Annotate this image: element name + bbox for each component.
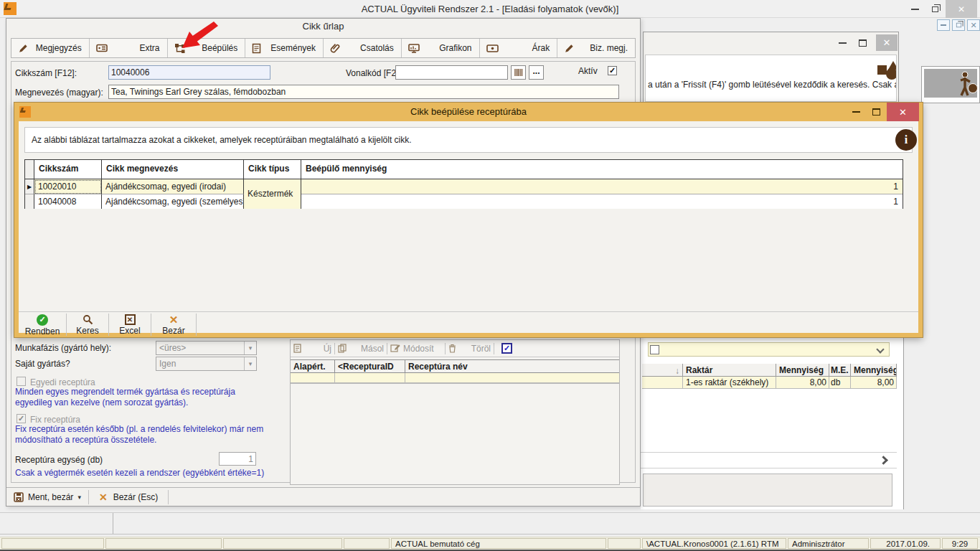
dialog-header-cikkszam[interactable]: Cikkszám (34, 160, 102, 179)
filter-checkbox[interactable] (650, 345, 659, 354)
bezar-esc-button[interactable]: ✕ Bezár (Esc) (89, 488, 168, 507)
main-window-title: ACTUAL Ügyviteli Rendszer 2.1 - [Eladási… (0, 0, 980, 18)
toolbar-arak-button[interactable]: Árak (480, 39, 557, 57)
receptura-header-alapert[interactable]: Alapért. (291, 360, 335, 373)
row-selector (25, 194, 34, 209)
receptura-egyseg-input[interactable] (219, 452, 256, 466)
excel-button[interactable]: ✕ Excel (109, 312, 151, 338)
dialog-maximize-button[interactable] (868, 105, 884, 119)
dialog-header-mennyiseg[interactable]: Beépülő mennyiség (301, 160, 903, 179)
pencil-icon (18, 43, 29, 54)
egyedi-receptura-label: Egyedi receptúra (30, 377, 95, 387)
stock-cell-me[interactable]: db (829, 377, 851, 389)
status-date: 2017.01.09. (870, 538, 941, 549)
stock-cell-mennyiseg2[interactable]: 8,00 (851, 377, 897, 389)
aktiv-label: Aktív (578, 66, 598, 76)
dialog-cell-cikkszam[interactable]: 10040008 (34, 194, 102, 209)
dialog-minimize-button[interactable] (848, 105, 864, 119)
close-button[interactable]: ✕ (876, 34, 897, 51)
expander-row[interactable] (641, 452, 897, 468)
stock-cell-empty[interactable] (642, 377, 683, 389)
sajat-gyartas-value: Igen (156, 359, 244, 369)
info-icon: i (895, 129, 917, 151)
note-icon (252, 43, 261, 54)
receptura-header-id[interactable]: <RecepturaID (335, 360, 405, 373)
excel-icon: ✕ (125, 314, 136, 325)
dialog-cell-tipus-merged[interactable]: Késztermék (244, 179, 301, 209)
barcode-icon (514, 68, 523, 77)
dialog-header-tipus[interactable]: Cikk típus (244, 160, 301, 179)
cikk-window-title: Cikk űrlap (6, 21, 640, 35)
toolbar-extra-button[interactable]: Extra (90, 39, 167, 57)
stock-header-me[interactable]: M.E. (829, 364, 851, 377)
search-window-titlebar: ✕ (644, 32, 898, 54)
stock-header-mennyiseg[interactable]: Mennyiség (776, 364, 829, 377)
splitter-handle[interactable] (113, 513, 113, 534)
keres-button[interactable]: Keres (67, 312, 108, 338)
minimize-button[interactable] (834, 36, 850, 50)
stock-header-mennyiseg2[interactable]: Mennyiség (851, 364, 897, 377)
save-icon (14, 492, 24, 502)
receptura-table-header-row: Alapért. <RecepturaID Receptúra név (291, 359, 619, 373)
status-user: Adminisztrátor (788, 538, 869, 549)
dialog-header-megnevezes[interactable]: Cikk megnevezés (102, 160, 244, 179)
stock-sort-header[interactable]: ↓ (642, 364, 683, 377)
ment-bezar-button[interactable]: Ment, bezár ▾ (6, 488, 88, 507)
stock-cell-mennyiseg[interactable]: 8,00 (776, 377, 829, 389)
fix-help-text: Fix receptúra esetén később (pl. a rende… (15, 424, 270, 446)
chevron-right-icon (879, 456, 888, 465)
chevron-down-icon[interactable] (876, 345, 884, 353)
maximize-button[interactable] (854, 36, 870, 50)
dialog-cell-megnevezes[interactable]: Ajándékcsomag, egyedi (személyes) (102, 194, 244, 209)
toolbar-grafikon-button[interactable]: Grafikon (402, 39, 479, 57)
mdi-minimize-button[interactable] (937, 19, 950, 31)
toolbar-bizmegj-button[interactable]: Biz. megj. (557, 39, 635, 57)
close-icon: ✕ (958, 5, 965, 14)
barcode-button[interactable] (511, 65, 526, 80)
pencil-icon (564, 43, 575, 54)
megnevezes-input[interactable] (108, 85, 619, 99)
receptura-filter-checkbox[interactable]: ✓ (501, 343, 512, 354)
mdi-restore-button[interactable] (952, 19, 965, 31)
dialog-cell-mennyiseg[interactable]: 1 (301, 179, 903, 194)
status-cell-empty (344, 538, 390, 549)
rendben-button[interactable]: ✓ Rendben (19, 312, 66, 338)
dialog-title: Cikk beépülése receptúrába (14, 103, 923, 121)
vonalkod-label: Vonalkód [F2] (346, 68, 398, 78)
egyedi-help-text: Minden egyes megrendelt termék gyártása … (15, 387, 266, 408)
cikkszam-input[interactable] (108, 65, 270, 80)
receptura-table-empty-row[interactable] (291, 373, 619, 384)
dialog-cell-cikkszam[interactable]: 10020010 (34, 179, 102, 194)
dialog-cell-megnevezes[interactable]: Ajándékcsomag, egyedi (irodai) (102, 179, 244, 194)
status-cell-empty (105, 538, 222, 549)
restore-button[interactable] (925, 0, 944, 18)
sajat-gyartas-combo: Igen ▾ (156, 357, 257, 371)
mdi-close-button[interactable]: ✕ (967, 19, 980, 31)
toolbar-csatolas-button[interactable]: Csatolás (324, 39, 401, 57)
munkafazis-label: Munkafázis (gyártó hely): (15, 343, 111, 353)
vonalkod-browse-button[interactable]: ... (529, 65, 544, 80)
stock-header-raktar[interactable]: Raktár (683, 364, 776, 377)
stock-table-row[interactable]: 1-es raktár (székhely) 8,00 db 8,00 (642, 377, 897, 389)
vonalkod-input[interactable] (395, 65, 508, 80)
cikkszam-label: Cikkszám [F12]: (15, 68, 77, 78)
main-titlebar: ACTUAL Ügyviteli Rendszer 2.1 - [Eladási… (0, 0, 980, 18)
restore-icon (932, 6, 938, 12)
masol-button: Másol (349, 344, 384, 354)
sort-down-icon: ↓ (675, 366, 679, 376)
status-cell-empty (1, 538, 104, 549)
receptura-header-nev[interactable]: Receptúra név (405, 360, 619, 373)
dialog-cell-mennyiseg[interactable]: 1 (301, 194, 903, 209)
toolbar-esemenyek-button[interactable]: Események (245, 39, 323, 57)
minimize-button[interactable] (905, 0, 924, 18)
toolbar-megjegyzes-button[interactable]: Megjegyzés (11, 39, 89, 57)
close-button[interactable]: ✕ (946, 0, 977, 18)
dialog-close-button[interactable]: ✕ (887, 103, 919, 121)
aktiv-checkbox[interactable]: ✓ (608, 66, 617, 75)
stock-cell-raktar[interactable]: 1-es raktár (székhely) (683, 377, 776, 389)
bezar-button[interactable]: ✕ Bezár (151, 312, 196, 338)
search-hint-text: a után a 'Frissít (F4)' gomb leütésével … (648, 80, 863, 90)
card-icon (96, 43, 108, 53)
filter-combo[interactable] (648, 342, 890, 357)
trash-icon (448, 344, 456, 353)
